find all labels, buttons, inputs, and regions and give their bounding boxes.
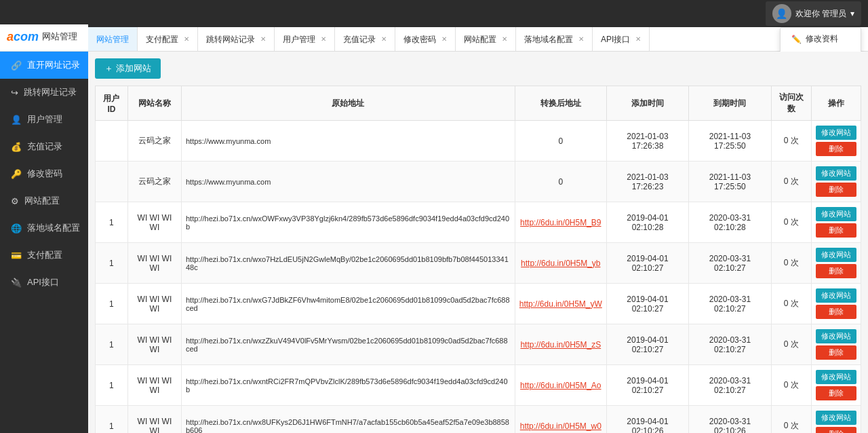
tab-label: 落地域名配置 bbox=[524, 27, 573, 52]
tab-close-icon[interactable]: ✕ bbox=[441, 27, 447, 52]
tab-recharge[interactable]: 充值记录 ✕ bbox=[335, 27, 395, 52]
tab-close-icon[interactable]: ✕ bbox=[321, 27, 326, 52]
edit-profile-item[interactable]: ✏️ 修改资料 bbox=[781, 28, 861, 50]
dropdown-menu: ✏️ 修改资料 🚪 退出 bbox=[780, 27, 861, 52]
tab-user-mgmt[interactable]: 用户管理 ✕ bbox=[275, 27, 335, 52]
tab-label: 支付配置 bbox=[146, 27, 178, 52]
logo: acom 网站管理 bbox=[0, 24, 88, 49]
topbar: 👤 欢迎你 管理员 ▾ ✏️ 修改资料 🚪 退出 bbox=[0, 0, 868, 27]
avatar: 👤 bbox=[772, 4, 791, 23]
tab-label: 跳转网站记录 bbox=[206, 27, 255, 52]
tab-close-icon[interactable]: ✕ bbox=[635, 27, 641, 52]
logo-subtitle: 网站管理 bbox=[42, 31, 77, 43]
tab-label: 用户管理 bbox=[283, 27, 315, 52]
logout-item[interactable]: 🚪 退出 bbox=[781, 50, 861, 52]
user-label: 欢迎你 管理员 bbox=[795, 8, 846, 20]
tab-jump-record[interactable]: 跳转网站记录 ✕ bbox=[198, 27, 275, 52]
tab-close-icon[interactable]: ✕ bbox=[260, 27, 266, 52]
tab-close-icon[interactable]: ✕ bbox=[184, 27, 189, 52]
tab-api[interactable]: API接口 ✕ bbox=[593, 27, 650, 52]
edit-icon: ✏️ bbox=[791, 35, 802, 44]
tab-domain-config[interactable]: 落地域名配置 ✕ bbox=[516, 27, 593, 52]
chevron-down-icon: ▾ bbox=[850, 9, 854, 18]
tab-payment-config[interactable]: 支付配置 ✕ bbox=[138, 27, 198, 52]
tab-label: 网站管理 bbox=[96, 27, 129, 52]
edit-label: 修改资料 bbox=[806, 33, 838, 45]
tab-close-icon[interactable]: ✕ bbox=[381, 27, 387, 52]
tab-site-config[interactable]: 网站配置 ✕ bbox=[456, 27, 516, 52]
tab-label: API接口 bbox=[601, 27, 630, 52]
tab-change-pwd[interactable]: 修改密码 ✕ bbox=[395, 27, 456, 52]
tab-label: 网站配置 bbox=[464, 27, 496, 52]
tab-label: 修改密码 bbox=[403, 27, 436, 52]
tab-close-icon[interactable]: ✕ bbox=[578, 27, 584, 52]
navtabs: 网站管理 支付配置 ✕ 跳转网站记录 ✕ 用户管理 ✕ 充值记录 ✕ 修改密码 … bbox=[0, 27, 868, 52]
user-menu[interactable]: 👤 欢迎你 管理员 ▾ bbox=[766, 1, 861, 26]
tab-close-icon[interactable]: ✕ bbox=[502, 27, 507, 52]
tab-website-mgmt[interactable]: 网站管理 bbox=[88, 27, 138, 52]
tab-label: 充值记录 bbox=[343, 27, 376, 52]
